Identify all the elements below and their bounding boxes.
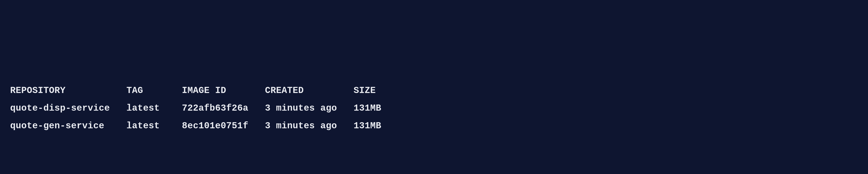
- header-created: CREATED: [265, 86, 304, 96]
- cell-size: 131MB: [353, 103, 381, 113]
- cell-tag: latest: [127, 121, 160, 131]
- header-repository: REPOSITORY: [10, 86, 66, 96]
- cell-image-id: 8ec101e0751f: [182, 121, 248, 131]
- table-row: quote-gen-service latest 8ec101e0751f 3 …: [10, 117, 858, 135]
- header-image-id: IMAGE ID: [182, 86, 226, 96]
- cell-created: 3 minutes ago: [265, 103, 337, 113]
- header-tag: TAG: [127, 86, 143, 96]
- cell-created: 3 minutes ago: [265, 121, 337, 131]
- cell-size: 131MB: [353, 121, 381, 131]
- header-row: REPOSITORY TAG IMAGE ID CREATED SIZE: [10, 82, 858, 99]
- header-size: SIZE: [353, 86, 376, 96]
- cell-image-id: 722afb63f26a: [182, 103, 248, 113]
- table-row: quote-disp-service latest 722afb63f26a 3…: [10, 99, 858, 117]
- cell-repository: quote-disp-service: [10, 103, 110, 113]
- cell-repository: quote-gen-service: [10, 121, 104, 131]
- docker-images-output: REPOSITORY TAG IMAGE ID CREATED SIZEquot…: [10, 82, 858, 135]
- cell-tag: latest: [127, 103, 160, 113]
